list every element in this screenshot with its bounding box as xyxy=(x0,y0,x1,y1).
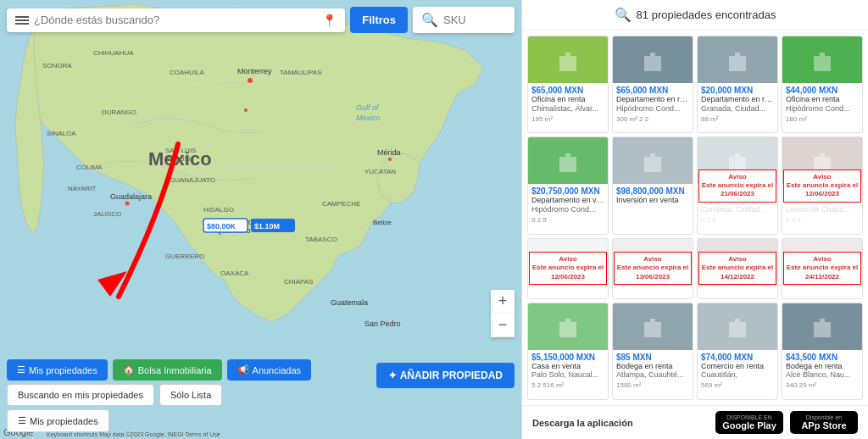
aviso-text: Aviso Este anuncio expira el 12/06/2023 xyxy=(783,169,861,203)
svg-rect-78 xyxy=(820,319,825,322)
map-controls-row2: Buscando en mis propiedades Sólo Lista xyxy=(7,384,515,406)
listing-card[interactable]: $65,000 MXNDepartamento en rentaHipódrom… xyxy=(612,36,693,133)
mis-propiedades2-button[interactable]: ☰ Mis propiedades xyxy=(7,409,109,432)
listing-card[interactable]: $20,000 MXNDepartamento en rentaGranada,… xyxy=(697,36,778,133)
listing-card[interactable]: $45,000 MXNDepartamento en rentaCondesa,… xyxy=(697,136,778,234)
aviso-text: Aviso Este anuncio expira el 13/06/2023 xyxy=(614,252,692,285)
listing-image xyxy=(782,36,862,83)
listing-meta: 88 m² xyxy=(701,115,774,123)
listing-card[interactable]: $44,000 MXNOficina en rentaHipódromo Con… xyxy=(782,36,863,133)
svg-text:COLIMA: COLIMA xyxy=(76,164,103,171)
listing-location: Alce Blanco, Nau... xyxy=(786,370,859,380)
map-bottom-controls: ☰ Mis propiedades 🏠 Bolsa Inmobiliaria 📢… xyxy=(7,359,515,432)
google-play-badge[interactable]: DISPONIBLE EN Google Play xyxy=(715,411,783,434)
listing-card[interactable]: $65,000 MXNOficina en rentaChimalistac, … xyxy=(527,36,609,133)
svg-rect-50 xyxy=(650,53,655,56)
svg-point-7 xyxy=(244,108,248,112)
aviso-text: Aviso Este anuncio expira el 14/12/2022 xyxy=(698,252,776,285)
search-input[interactable] xyxy=(34,14,317,26)
svg-text:SINALOA: SINALOA xyxy=(47,130,76,137)
listing-type: Bodega en renta xyxy=(616,362,689,371)
map-controls-row3: ☰ Mis propiedades xyxy=(7,409,515,432)
svg-rect-53 xyxy=(729,56,746,71)
listing-card[interactable]: $50,700,423 MXNCasa en ventaLomas de Cha… xyxy=(782,136,863,234)
listing-card[interactable]: Aviso Este anuncio expira el 12/06/2023 xyxy=(527,238,609,299)
listing-price: $20,750,000 MXN xyxy=(531,186,604,196)
listing-meta: 1500 m² xyxy=(616,381,689,389)
aviso-overlay: Aviso Este anuncio expira el 24/12/2022 xyxy=(782,239,862,298)
svg-rect-54 xyxy=(820,53,825,56)
listing-card[interactable]: $5,150,000 MXNCasa en ventaPalo Solo, Na… xyxy=(527,303,609,400)
solo-lista-button[interactable]: Sólo Lista xyxy=(159,384,222,406)
listing-meta: 9 2.5 xyxy=(531,216,604,224)
listing-image xyxy=(698,303,777,350)
bolsa-inmobiliaria-button[interactable]: 🏠 Bolsa Inmobiliaria xyxy=(113,359,222,381)
svg-text:Mérida: Mérida xyxy=(377,148,401,157)
aviso-text: Aviso Este anuncio expira el 24/12/2022 xyxy=(783,252,861,285)
listing-meta: 195 m² xyxy=(531,115,604,123)
listing-image xyxy=(528,303,608,350)
listings-count: 81 propiedades encontradas xyxy=(637,8,776,21)
listing-location: Atlampa, Cuauhté... xyxy=(616,370,689,380)
listing-image xyxy=(698,36,777,83)
anunciadas-button[interactable]: 📢 Anunciadas xyxy=(227,359,312,381)
app-promo-text: Descarga la aplicación xyxy=(532,418,633,428)
listing-card[interactable]: $98,800,000 MXNInversión en venta xyxy=(612,136,693,234)
listing-image xyxy=(782,303,862,350)
svg-rect-79 xyxy=(814,322,831,337)
listing-type: Departamento en venta xyxy=(531,196,604,205)
listing-price: $98,800,000 MXN xyxy=(616,186,689,196)
listing-card[interactable]: $74,000 MXNComercio en rentaCuautitlán,5… xyxy=(697,303,778,400)
sku-box: 🔍 xyxy=(413,7,515,33)
zoom-out-button[interactable]: − xyxy=(491,314,515,337)
search-icon-small: 🔍 xyxy=(421,12,438,28)
svg-rect-72 xyxy=(565,319,570,322)
listing-card[interactable]: Aviso Este anuncio expira el 13/06/2023 xyxy=(612,238,693,299)
listing-location: Palo Solo, Naucal... xyxy=(531,370,604,380)
zoom-in-button[interactable]: + xyxy=(491,290,515,314)
listing-price: $43,500 MXN xyxy=(786,353,859,362)
mis-propiedades-button[interactable]: ☰ Mis propiedades xyxy=(7,359,108,381)
filters-button[interactable]: Filtros xyxy=(350,7,408,33)
svg-text:DURANGO: DURANGO xyxy=(102,108,136,116)
svg-text:JALISCO: JALISCO xyxy=(93,210,121,218)
listing-info: $20,000 MXNDepartamento en rentaGranada,… xyxy=(698,83,777,125)
listing-location: Hipódromo Cond... xyxy=(786,104,859,114)
listing-image xyxy=(613,303,693,350)
listing-card[interactable]: $20,750,000 MXNDepartamento en ventaHipó… xyxy=(527,136,609,234)
svg-text:CAMPECHE: CAMPECHE xyxy=(322,200,360,208)
listing-card[interactable]: Aviso Este anuncio expira el 14/12/2022 xyxy=(697,238,778,299)
listing-info: $98,800,000 MXNInversión en venta xyxy=(613,184,693,208)
buscando-mis-propiedades-button[interactable]: Buscando en mis propiedades xyxy=(7,384,154,406)
listing-card[interactable]: Aviso Este anuncio expira el 24/12/2022 xyxy=(782,238,863,299)
listing-type: Oficina en renta xyxy=(786,95,859,104)
svg-text:TABASCO: TABASCO xyxy=(305,236,337,243)
svg-point-6 xyxy=(248,78,253,83)
svg-text:YUCATAN: YUCATAN xyxy=(364,168,396,175)
listing-type: Inversión en venta xyxy=(616,196,689,205)
listing-card[interactable]: $43,500 MXNBodega en rentaAlce Blanco, N… xyxy=(782,303,863,400)
svg-text:OAXACA: OAXACA xyxy=(220,270,249,277)
listing-price: $85 MXN xyxy=(616,353,689,362)
app-store-badge[interactable]: Disponible en APp Store xyxy=(790,411,858,434)
svg-text:Mexico: Mexico xyxy=(356,114,381,122)
svg-text:SAN LUIS: SAN LUIS xyxy=(165,147,196,154)
listing-image xyxy=(528,137,608,184)
listings-panel: 🔍 81 propiedades encontradas $65,000 MXN… xyxy=(521,0,868,439)
svg-text:Monterrey: Monterrey xyxy=(237,67,272,75)
listing-type: Bodega en renta xyxy=(786,362,859,371)
hamburger-menu-icon[interactable] xyxy=(15,16,29,25)
svg-text:COAHUILA: COAHUILA xyxy=(170,69,205,76)
google-play-subtitle: DISPONIBLE EN xyxy=(726,414,772,420)
sku-input[interactable] xyxy=(443,14,506,26)
svg-point-8 xyxy=(125,202,130,206)
main-container: 📍 Filtros 🔍 xyxy=(0,0,868,439)
listing-info: $44,000 MXNOficina en rentaHipódromo Con… xyxy=(782,83,862,125)
listing-info: $74,000 MXNComercio en rentaCuautitlán,5… xyxy=(698,350,777,392)
svg-text:NAYARIT: NAYARIT xyxy=(68,185,97,192)
listing-meta: 569 m² xyxy=(701,381,774,389)
listing-card[interactable]: $85 MXNBodega en rentaAtlampa, Cuauhté..… xyxy=(612,303,693,400)
listing-info: $20,750,000 MXNDepartamento en ventaHipó… xyxy=(528,184,608,226)
listing-type: Departamento en renta xyxy=(616,95,689,104)
listing-type: Comercio en renta xyxy=(701,362,774,371)
